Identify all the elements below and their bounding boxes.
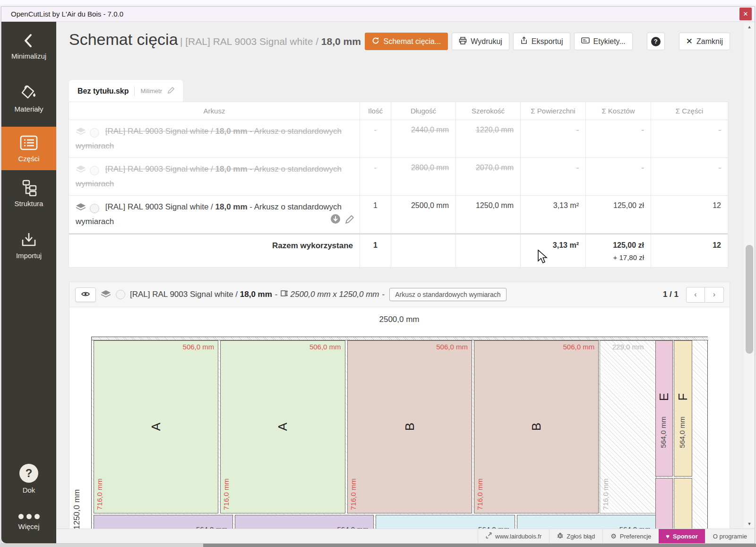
sheet-name-cell: [RAL] RAL 9003 Signal white / 18,0 mm - … (69, 120, 360, 157)
col-kosztow[interactable]: Σ Kosztów (586, 102, 651, 120)
sheet-width-dimension: 2500,0 mm (343, 315, 456, 324)
cost-cell: 125,00 zł (586, 196, 651, 233)
diagram-part-F[interactable]: F564,0 mm (674, 340, 692, 477)
sidebar: Minimalizuj Materiały Części Struktura (1, 22, 56, 543)
label-tag-icon (581, 37, 590, 46)
generate-cutting-diagram-button[interactable]: Schemat cięcia... (365, 33, 448, 50)
about-link[interactable]: O programie (705, 529, 755, 543)
layers-icon (76, 202, 86, 215)
vertical-scrollbar[interactable]: ▲ ▼ (744, 23, 755, 528)
subtitle-material: | [RAL] RAL 9003 Signal white / (180, 36, 318, 47)
diagram-part-A[interactable]: A506,0 mm716,0 mm (94, 340, 218, 513)
col-dlugosc[interactable]: Długość (391, 102, 456, 120)
diagram-hstrip: 564,0 mm (94, 515, 232, 530)
sidebar-item-materials[interactable]: Materiały (1, 78, 56, 119)
col-czesci[interactable]: Σ Części (651, 102, 728, 120)
part-letter: E (657, 389, 671, 405)
layers-icon (76, 164, 86, 177)
part-letter: A (149, 365, 163, 488)
page-subtitle: | [RAL] RAL 9003 Signal white / 18,0 mm (180, 36, 361, 47)
sidebar-item-more[interactable]: Więcej (1, 508, 56, 537)
qty-cell: - (360, 158, 391, 195)
sidebar-item-structure[interactable]: Struktura (1, 173, 56, 214)
report-bug-link[interactable]: Zgłoś błąd (549, 529, 602, 543)
website-link[interactable]: www.lairdubois.fr (478, 529, 549, 543)
bug-icon (557, 532, 563, 540)
col-ilosc[interactable]: Ilość (360, 102, 391, 120)
sidebar-item-minimize[interactable]: Minimalizuj (1, 26, 56, 66)
parts-cell: - (651, 120, 728, 157)
scroll-down-arrow[interactable]: ▼ (744, 520, 755, 528)
col-szerokosc[interactable]: Szerokość (456, 102, 521, 120)
preferences-link[interactable]: ⚙ Preferencje (602, 529, 659, 543)
subtitle-thickness: 18,0 mm (321, 36, 361, 47)
sheets-table: Arkusz Ilość Długość Szerokość Σ Powierz… (69, 102, 728, 267)
sheet-height-dimension: 1250,0 mm (72, 444, 82, 530)
diagram-title: [RAL] RAL 9003 Signal white / 18,0 mm - … (130, 290, 385, 299)
sheet-name-cell: [RAL] RAL 9003 Signal white / 18,0 mm - … (69, 158, 360, 195)
edit-pencil-icon[interactable] (345, 215, 354, 228)
refresh-icon (372, 37, 379, 46)
model-tab[interactable]: Bez tytułu.skp Milimetr (69, 80, 183, 102)
width-cell: 2070,0 mm (456, 158, 521, 195)
paint-bucket-icon (19, 84, 38, 102)
scroll-to-diagram-icon[interactable] (330, 214, 341, 228)
part-letter: A (275, 365, 290, 488)
labels-button[interactable]: Etykiety... (574, 33, 633, 50)
tab-divider (134, 87, 135, 96)
width-dimension-label: 506,0 mm (563, 343, 595, 351)
window-close-button[interactable]: ✕ (739, 8, 752, 20)
diagram-offcut (655, 478, 673, 530)
pager: ‹ › (686, 287, 724, 303)
length-cell: 2800,0 mm (391, 158, 456, 195)
scroll-up-arrow[interactable]: ▲ (744, 23, 755, 31)
next-sheet-button[interactable]: › (705, 287, 724, 303)
diagram-trim (92, 337, 708, 340)
printer-icon (459, 37, 467, 46)
diagram-part-A[interactable]: A506,0 mm716,0 mm (220, 340, 345, 513)
footer-label: Razem wykorzystane (69, 234, 360, 267)
height-dimension-label: 716,0 mm (349, 478, 357, 510)
col-arkusz[interactable]: Arkusz (69, 102, 360, 120)
import-icon (20, 231, 38, 248)
table-header-row: Arkusz Ilość Długość Szerokość Σ Powierz… (69, 102, 728, 120)
sidebar-item-docs[interactable]: ? Dok (1, 458, 56, 500)
prev-sheet-button[interactable]: ‹ (686, 287, 705, 303)
length-cell: 2440,0 mm (391, 120, 456, 157)
footer-cost: 125,00 zł + 17,80 zł (586, 234, 651, 267)
diagram-part-B[interactable]: B506,0 mm716,0 mm (347, 340, 472, 513)
table-row[interactable]: [RAL] RAL 9003 Signal white / 18,0 mm - … (69, 196, 728, 234)
cutlist-icon (19, 134, 39, 151)
col-powierzchni[interactable]: Σ Powierzchni (521, 102, 586, 120)
close-panel-button[interactable]: ✕ Zamknij (679, 33, 730, 50)
toolbar: Schemat cięcia... Wydrukuj Eksportuj (365, 33, 730, 50)
diagram-hstrip: 564,0 mm (517, 515, 656, 530)
print-button[interactable]: Wydrukuj (452, 33, 509, 50)
sidebar-item-parts[interactable]: Części (1, 127, 56, 170)
screen: OpenCutList by L'Air du Bois - 7.0.0 ✕ M… (0, 0, 756, 547)
sidebar-item-import[interactable]: Importuj (1, 225, 56, 266)
height-dimension-label: 716,0 mm (601, 478, 610, 510)
ellipsis-icon (18, 514, 40, 519)
length-cell: 2500,0 mm (391, 196, 456, 233)
scrollbar-thumb[interactable] (746, 245, 753, 354)
link-icon (486, 532, 492, 540)
sheet-dimensions: 2500,0 mm x 1250,0 mm (291, 290, 379, 299)
table-row[interactable]: [RAL] RAL 9003 Signal white / 18,0 mm - … (69, 158, 728, 196)
diagram-part-B[interactable]: B506,0 mm716,0 mm (474, 340, 599, 513)
visibility-toggle-button[interactable] (75, 287, 96, 302)
help-button[interactable]: ? (647, 33, 665, 50)
footer-parts: 12 (651, 234, 728, 267)
export-button[interactable]: Eksportuj (513, 33, 570, 50)
standard-sheet-badge: Arkusz o standardowych wymiarach (389, 288, 506, 301)
heart-icon: ♥ (666, 533, 670, 540)
part-letter: B (529, 365, 544, 488)
footer-qty: 1 (360, 234, 391, 267)
area-cell: - (521, 158, 586, 195)
table-row[interactable]: [RAL] RAL 9003 Signal white / 18,0 mm - … (69, 120, 728, 158)
area-cell: 3,13 m² (521, 196, 586, 233)
sponsor-button[interactable]: ♥ Sponsor (659, 529, 704, 543)
window-titlebar: OpenCutList by L'Air du Bois - 7.0.0 ✕ (1, 7, 755, 22)
diagram-part-E[interactable]: E564,0 mm (655, 340, 673, 477)
width-dimension-label: 506,0 mm (309, 343, 341, 351)
